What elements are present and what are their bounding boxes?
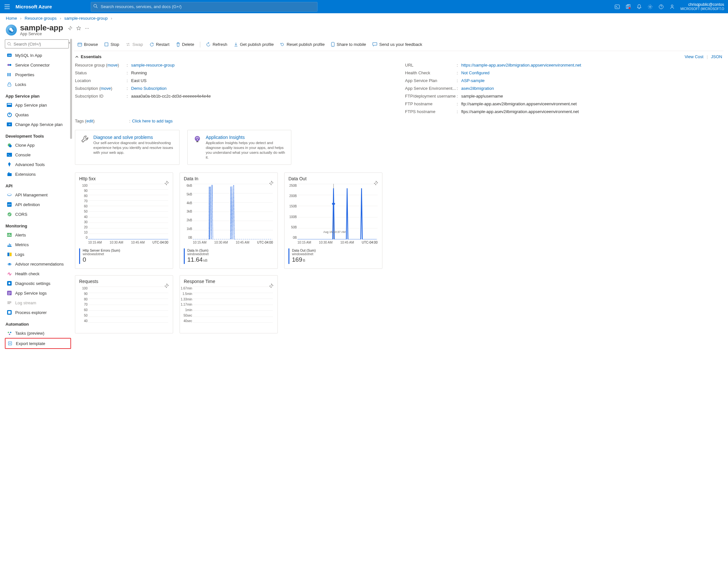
essentials-label: App Service Environment... bbox=[405, 86, 457, 91]
metric-tile[interactable]: Http 5xx100908070605040302010010:15 AM10… bbox=[75, 173, 173, 269]
essentials-row: App Service Environment...:asev2ilbmigra… bbox=[405, 84, 722, 92]
svg-point-40 bbox=[9, 334, 10, 335]
crumb-resource[interactable]: sample-resource-group bbox=[64, 16, 108, 21]
chart-area: 250B200B150B100B50B0BAug 15 10:37 AM10:1… bbox=[297, 184, 378, 245]
brand-label[interactable]: Microsoft Azure bbox=[16, 4, 52, 9]
sidebar-item-app-service-logs[interactable]: App Service logs bbox=[5, 288, 71, 298]
user-account[interactable]: chrisqpublic@contos MICROSOFT (MICROSOFT… bbox=[677, 2, 725, 11]
chevron-right-icon: › bbox=[60, 16, 61, 21]
sidebar-item-label: CORS bbox=[15, 212, 27, 217]
cloud-shell-icon[interactable] bbox=[612, 0, 622, 13]
sidebar-item-api-management[interactable]: API Management bbox=[5, 190, 71, 200]
info-card[interactable]: Diagnose and solve problemsOur self-serv… bbox=[75, 130, 180, 165]
add-tags-link[interactable]: Click here to add tags bbox=[132, 119, 173, 123]
essentials-row: Resource group (move):sample-resource-gr… bbox=[75, 61, 392, 69]
move-link[interactable]: move bbox=[100, 86, 111, 91]
notifications-icon[interactable] bbox=[634, 0, 644, 13]
chevron-up-icon[interactable] bbox=[75, 55, 79, 59]
info-card-desc: Application Insights helps you detect an… bbox=[206, 141, 286, 160]
essentials-title[interactable]: Essentials bbox=[81, 54, 101, 59]
refresh-button[interactable]: Refresh bbox=[203, 41, 230, 48]
browse-button[interactable]: Browse bbox=[75, 41, 100, 48]
metric-tile[interactable]: Response Time1.67min1.5min1.33min1.17min… bbox=[180, 275, 278, 334]
sidebar-item-console[interactable]: Console bbox=[5, 150, 71, 160]
sidebar-item-advanced-tools[interactable]: Advanced Tools bbox=[5, 160, 71, 169]
crumb-home[interactable]: Home bbox=[6, 16, 17, 21]
share-to-mobile-button[interactable]: Share to mobile bbox=[328, 41, 369, 48]
pin-icon[interactable] bbox=[67, 26, 72, 31]
sidebar-item-log-stream[interactable]: Log stream bbox=[5, 298, 71, 308]
directories-icon[interactable] bbox=[623, 0, 633, 13]
stop-button[interactable]: Stop bbox=[102, 41, 122, 48]
sidebar-item-clone-app[interactable]: Clone App bbox=[5, 140, 71, 150]
get-publish-profile-button[interactable]: Get publish profile bbox=[231, 41, 276, 48]
more-icon[interactable]: ⋯ bbox=[85, 26, 90, 31]
svg-rect-20 bbox=[7, 153, 12, 157]
feedback-icon bbox=[372, 42, 377, 47]
view-cost-link[interactable]: View Cost bbox=[685, 54, 703, 59]
essentials-value: ftp://sample-app.asev2ilbmigration.appse… bbox=[461, 102, 577, 106]
essentials-row: FTP hostname:ftp://sample-app.asev2ilbmi… bbox=[405, 100, 722, 108]
sidebar-item-api-definition[interactable]: APIAPI definition bbox=[5, 200, 71, 209]
tags-edit-link[interactable]: edit bbox=[86, 119, 93, 123]
sidebar-item-mysql-in-app[interactable]: DBMySQL In App bbox=[5, 50, 71, 60]
metric-tile[interactable]: Data Out250B200B150B100B50B0BAug 15 10:3… bbox=[284, 173, 382, 269]
sidebar-item-process-explorer[interactable]: Process explorer bbox=[5, 308, 71, 317]
sidebar-item-advisor-recommendations[interactable]: Advisor recommendations bbox=[5, 259, 71, 269]
essentials-value-link[interactable]: Not Configured bbox=[461, 70, 489, 75]
essentials-row: Location:East US bbox=[75, 77, 392, 84]
essentials-value-link[interactable]: sample-resource-group bbox=[131, 63, 174, 67]
lock-icon bbox=[6, 82, 12, 87]
move-link[interactable]: move bbox=[107, 63, 118, 67]
resource-menu: « DBMySQL In AppService ConnectorPropert… bbox=[0, 39, 74, 358]
menu-search-input[interactable] bbox=[13, 41, 68, 47]
sidebar-item-app-service-plan[interactable]: App Service plan bbox=[5, 100, 71, 110]
page-title: sample-app bbox=[20, 23, 63, 32]
svg-rect-22 bbox=[8, 172, 9, 173]
swap-icon bbox=[126, 42, 130, 47]
sidebar-item-metrics[interactable]: Metrics bbox=[5, 240, 71, 250]
sidebar-item-service-connector[interactable]: Service Connector bbox=[5, 60, 71, 70]
tool-label: Delete bbox=[182, 42, 195, 47]
essentials-value-link[interactable]: asev2ilbmigration bbox=[461, 86, 494, 91]
delete-button[interactable]: Delete bbox=[173, 41, 197, 48]
sidebar-item-logs[interactable]: Logs bbox=[5, 250, 71, 259]
sidebar-item-label: Process explorer bbox=[15, 310, 47, 315]
essentials-value-link[interactable]: Demo Subscription bbox=[131, 86, 167, 91]
sidebar-item-diagnostic-settings[interactable]: Diagnostic settings bbox=[5, 279, 71, 288]
sidebar-item-properties[interactable]: Properties bbox=[5, 70, 71, 80]
essentials-label: URL bbox=[405, 63, 457, 67]
scrollbar[interactable] bbox=[70, 39, 72, 139]
info-card[interactable]: Application InsightsApplication Insights… bbox=[187, 130, 291, 165]
restart-button[interactable]: Restart bbox=[147, 41, 172, 48]
json-view-link[interactable]: JSON bbox=[711, 54, 722, 59]
sidebar-item-quotas[interactable]: Quotas bbox=[5, 110, 71, 119]
essentials-grid: Resource group (move):sample-resource-gr… bbox=[74, 60, 724, 117]
search-icon bbox=[7, 42, 11, 46]
sidebar-item-extensions[interactable]: Extensions bbox=[5, 169, 71, 179]
settings-icon[interactable] bbox=[645, 0, 655, 13]
sidebar-item-cors[interactable]: CORS bbox=[5, 209, 71, 219]
essentials-value-link[interactable]: ASP-sample bbox=[461, 78, 485, 83]
global-search-input[interactable] bbox=[91, 2, 318, 11]
info-card-title[interactable]: Diagnose and solve problems bbox=[93, 135, 174, 140]
metric-tile[interactable]: Requests100908070605040 bbox=[75, 275, 173, 334]
sidebar-item-alerts[interactable]: Alerts bbox=[5, 230, 71, 240]
favorite-icon[interactable] bbox=[76, 26, 81, 31]
reset-publish-profile-button[interactable]: Reset publish profile bbox=[278, 41, 327, 48]
crumb-rg[interactable]: Resource groups bbox=[25, 16, 57, 21]
info-card-title[interactable]: Application Insights bbox=[206, 135, 286, 140]
hamburger-icon[interactable] bbox=[3, 4, 11, 9]
help-icon[interactable] bbox=[656, 0, 666, 13]
menu-search[interactable] bbox=[5, 39, 69, 49]
sidebar-group-header: Monitoring bbox=[5, 224, 71, 228]
send-us-your-feedback-button[interactable]: Send us your feedback bbox=[370, 41, 425, 48]
sidebar-item-change-app-service-plan[interactable]: Change App Service plan bbox=[5, 119, 71, 129]
sidebar-item-export-template[interactable]: Export template bbox=[5, 338, 71, 349]
sidebar-item-tasks-preview-[interactable]: Tasks (preview) bbox=[5, 328, 71, 338]
essentials-value-link[interactable]: https://sample-app.asev2ilbmigration.app… bbox=[461, 63, 581, 67]
feedback-top-icon[interactable] bbox=[667, 0, 677, 13]
sidebar-item-locks[interactable]: Locks bbox=[5, 80, 71, 89]
metric-tile[interactable]: Data In6kB5kB4kB3kB2kB1kB0B10:15 AM10:30… bbox=[180, 173, 278, 269]
sidebar-item-health-check[interactable]: Health check bbox=[5, 269, 71, 279]
